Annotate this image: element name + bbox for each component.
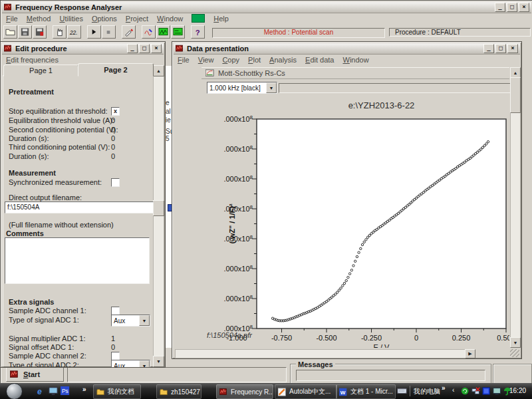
minimize-button[interactable]: _: [483, 44, 494, 53]
method-status-panel: Method : Potential scan: [212, 28, 385, 38]
taskbar-button-label: 我的文档: [108, 387, 134, 396]
checkbox-checked[interactable]: x: [111, 107, 120, 116]
display-tray-tray[interactable]: [492, 386, 502, 396]
word-icon: W: [339, 388, 348, 396]
hand-icon: [55, 27, 65, 37]
resize-grip[interactable]: [510, 349, 519, 357]
comments-textarea[interactable]: [5, 237, 150, 284]
combo-type-of-signal-adc-2-[interactable]: Aux▼: [111, 360, 150, 368]
edit-procedure-title: Edit procedure: [15, 45, 67, 53]
horizontal-scrollbar[interactable]: [175, 349, 466, 358]
start-orb[interactable]: [6, 383, 23, 399]
close-button[interactable]: ×: [507, 44, 518, 53]
edit-procedure-window: Edit procedure _ □ × Edit frequencies Pa…: [0, 41, 166, 368]
save-as-button[interactable]: [33, 25, 47, 39]
taskbar-button-4[interactable]: Autolab中文...: [275, 384, 337, 399]
scroll-up-button[interactable]: ▲: [153, 65, 164, 76]
main-window-title: Frequency Response Analyser: [15, 3, 122, 11]
messages-label: Messages: [296, 360, 335, 368]
taskbar-button-2[interactable]: zh150427: [156, 384, 201, 399]
scroll-up-button[interactable]: ▲: [510, 67, 521, 78]
edit-procedure-titlebar[interactable]: Edit procedure _ □ ×: [2, 43, 164, 55]
desktop-toolbar-chevron[interactable]: »: [442, 384, 446, 392]
frequency-22-button[interactable]: 22.: [67, 25, 81, 39]
field-value: 0: [111, 134, 115, 142]
combo-value: Aux: [112, 317, 139, 325]
minimize-button[interactable]: _: [495, 3, 505, 12]
autolab-icon: [278, 388, 287, 396]
menu-analysis[interactable]: Analysis: [269, 56, 297, 64]
menu-method[interactable]: Method: [27, 15, 51, 23]
filename-input[interactable]: f:\150504A: [5, 201, 154, 213]
menu-edit-data[interactable]: Edit data: [305, 56, 334, 64]
play-button[interactable]: [87, 25, 101, 39]
chevron-down-icon[interactable]: ▼: [266, 82, 277, 93]
menu-utilities[interactable]: Utilities: [59, 15, 82, 23]
save-button[interactable]: [18, 25, 32, 39]
taskbar-button-3[interactable]: Frequency R...: [216, 384, 273, 399]
green-swirl-icon: [461, 386, 470, 397]
help-button[interactable]: ?: [191, 25, 205, 39]
ie-quicklaunch[interactable]: e: [35, 386, 46, 396]
checkbox-unchecked[interactable]: [111, 178, 120, 187]
svg-text:.000x108: .000x108: [223, 144, 253, 153]
maximize-button[interactable]: □: [139, 44, 150, 53]
edit-pen-button[interactable]: [122, 25, 136, 39]
tray-collapse-arrow[interactable]: ‹: [452, 386, 454, 394]
stop-button[interactable]: [102, 25, 116, 39]
start-button[interactable]: Start: [6, 367, 64, 382]
display-quicklaunch[interactable]: [48, 386, 59, 396]
menu-window[interactable]: Window: [157, 15, 183, 23]
tab-page-1[interactable]: Page 1: [3, 65, 78, 76]
field-value: 0: [111, 143, 115, 151]
scroll-right-button[interactable]: ▶: [465, 349, 475, 358]
photoshop-quicklaunch[interactable]: Ps: [60, 386, 70, 396]
main-titlebar[interactable]: Frequency Response Analyser _ □ ×: [2, 2, 531, 13]
menu-view[interactable]: View: [198, 56, 214, 64]
menu-file[interactable]: File: [6, 15, 18, 23]
close-button[interactable]: ×: [151, 44, 162, 53]
menu-project[interactable]: Project: [126, 15, 148, 23]
chart-level-button[interactable]: [171, 25, 185, 39]
vertical-scroll-thumb[interactable]: [510, 77, 521, 113]
signal-button[interactable]: [142, 25, 156, 39]
language-bar[interactable]: [396, 386, 407, 396]
combo-type-of-signal-adc-1-[interactable]: Aux▼: [111, 315, 150, 327]
scroll-down-button[interactable]: ▼: [510, 337, 521, 348]
ie-icon: e: [36, 386, 46, 397]
hand-button[interactable]: [53, 25, 66, 39]
svg-text:-0.250: -0.250: [361, 334, 382, 342]
svg-text:Ps: Ps: [61, 388, 68, 394]
menu-plot[interactable]: Plot: [248, 56, 261, 64]
open-file-button[interactable]: [3, 25, 17, 39]
quicklaunch-overflow-chevron[interactable]: »: [82, 386, 86, 393]
mott-schottky-header[interactable]: Mott-Schottky Rs-Cs: [201, 67, 509, 79]
dialog-scroll-thumb[interactable]: [153, 200, 164, 216]
chevron-down-icon[interactable]: ▼: [139, 360, 150, 368]
menu-copy[interactable]: Copy: [222, 56, 239, 64]
blue-app-tray[interactable]: [481, 386, 491, 396]
taskbar-button-5[interactable]: W文档 1 - Micr...: [336, 384, 396, 399]
taskbar-button-1[interactable]: 我的文档: [93, 384, 141, 399]
menu-window[interactable]: Window: [342, 56, 368, 64]
background-text-fragment: al: [166, 108, 171, 115]
frequency-selector[interactable]: 1.000 kHz [black] ▼: [207, 82, 277, 94]
green-swirl-tray[interactable]: [460, 386, 470, 396]
tab-page-2[interactable]: Page 2: [78, 63, 154, 76]
close-button[interactable]: ×: [519, 3, 529, 12]
data-presentation-titlebar[interactable]: Data presentation _ □ ×: [174, 43, 520, 55]
chevron-down-icon[interactable]: ▼: [139, 315, 150, 326]
desktop-toolbar-label[interactable]: 我的电脑: [414, 387, 440, 396]
maximize-button[interactable]: □: [495, 44, 506, 53]
menu-options[interactable]: Options: [92, 15, 117, 23]
menu-help[interactable]: Help: [213, 15, 229, 23]
maximize-button[interactable]: □: [507, 3, 517, 12]
dialog-scrollbar[interactable]: [153, 65, 164, 367]
menu-edit-frequencies[interactable]: Edit frequencies: [6, 56, 59, 64]
status-panel-right: [493, 364, 532, 384]
minimize-button[interactable]: _: [127, 44, 138, 53]
scroll-down-button[interactable]: ▼: [153, 356, 164, 367]
network-error-tray[interactable]: [471, 386, 481, 396]
menu-file[interactable]: File: [178, 56, 190, 64]
chart-monitor-button[interactable]: [156, 25, 170, 39]
